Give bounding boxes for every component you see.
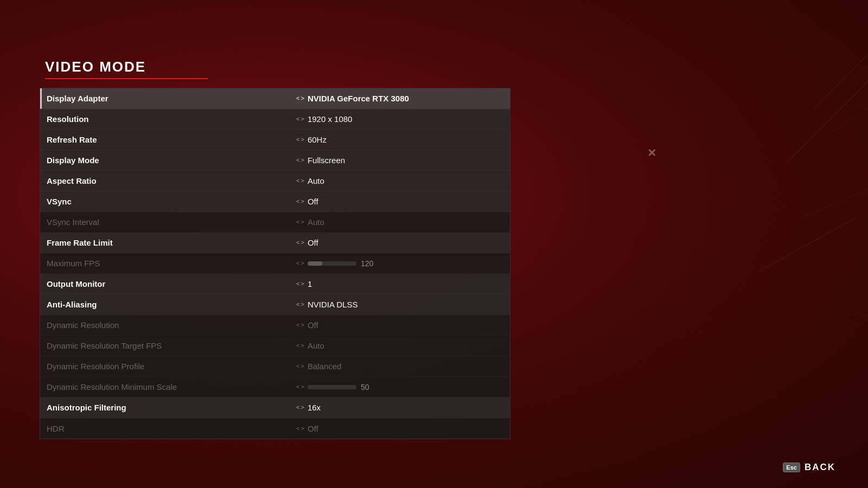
arrow-left-aspect-ratio[interactable]: < <box>296 178 299 184</box>
setting-row-dynamic-resolution-minimum-scale[interactable]: Dynamic Resolution Minimum Scale<>50 <box>40 377 510 397</box>
setting-control-display-mode[interactable]: <>Fullscreen <box>296 156 345 165</box>
arrow-right-display-mode[interactable]: > <box>301 157 304 163</box>
arrow-right-hdr[interactable]: > <box>301 426 304 432</box>
svg-line-0 <box>814 54 868 108</box>
setting-row-maximum-fps[interactable]: Maximum FPS<>120 <box>40 253 510 274</box>
arrow-left-refresh-rate[interactable]: < <box>296 137 299 143</box>
arrow-right-dynamic-resolution[interactable]: > <box>301 322 304 328</box>
back-label: BACK <box>805 462 835 473</box>
setting-control-display-adapter[interactable]: <>NVIDIA GeForce RTX 3080 <box>296 94 409 103</box>
arrow-left-dynamic-resolution-minimum-scale[interactable]: < <box>296 384 299 390</box>
arrow-right-dynamic-resolution-profile[interactable]: > <box>301 363 304 369</box>
setting-control-vsync-interval[interactable]: <>Auto <box>296 217 324 227</box>
setting-control-hdr[interactable]: <>Off <box>296 424 318 433</box>
arrows-refresh-rate: <> <box>296 137 304 143</box>
setting-control-refresh-rate[interactable]: <>60Hz <box>296 135 327 144</box>
arrow-left-dynamic-resolution-target-fps[interactable]: < <box>296 343 299 349</box>
arrows-resolution: <> <box>296 116 304 122</box>
setting-label-refresh-rate: Refresh Rate <box>47 135 296 144</box>
arrow-left-vsync[interactable]: < <box>296 198 299 204</box>
setting-row-vsync[interactable]: VSync<>Off <box>40 191 510 212</box>
arrow-right-dynamic-resolution-minimum-scale[interactable]: > <box>301 384 304 390</box>
arrow-left-anti-aliasing[interactable]: < <box>296 301 299 307</box>
setting-label-dynamic-resolution-target-fps: Dynamic Resolution Target FPS <box>47 341 296 350</box>
arrows-anisotropic-filtering: <> <box>296 404 304 410</box>
setting-label-vsync-interval: VSync Interval <box>47 217 296 227</box>
setting-row-display-mode[interactable]: Display Mode<>Fullscreen <box>40 150 510 171</box>
arrow-left-dynamic-resolution[interactable]: < <box>296 322 299 328</box>
svg-line-3 <box>803 190 868 217</box>
arrow-right-anisotropic-filtering[interactable]: > <box>301 404 304 410</box>
arrow-right-frame-rate-limit[interactable]: > <box>301 240 304 246</box>
arrow-right-dynamic-resolution-target-fps[interactable]: > <box>301 343 304 349</box>
setting-control-dynamic-resolution-profile[interactable]: <>Balanced <box>296 362 341 371</box>
slider-value-maximum-fps: 120 <box>361 259 377 268</box>
arrow-right-resolution[interactable]: > <box>301 116 304 122</box>
setting-label-anti-aliasing: Anti-Aliasing <box>47 300 296 309</box>
arrow-right-display-adapter[interactable]: > <box>301 95 304 101</box>
arrow-right-maximum-fps[interactable]: > <box>301 260 304 266</box>
arrow-right-vsync-interval[interactable]: > <box>301 219 304 225</box>
setting-row-display-adapter[interactable]: Display Adapter<>NVIDIA GeForce RTX 3080 <box>40 88 510 109</box>
close-icon[interactable]: ✕ <box>647 146 656 159</box>
arrows-dynamic-resolution-target-fps: <> <box>296 343 304 349</box>
setting-row-output-monitor[interactable]: Output Monitor<>1 <box>40 274 510 294</box>
arrow-left-display-mode[interactable]: < <box>296 157 299 163</box>
arrows-dynamic-resolution-profile: <> <box>296 363 304 369</box>
setting-control-output-monitor[interactable]: <>1 <box>296 279 312 288</box>
setting-label-frame-rate-limit: Frame Rate Limit <box>47 238 296 247</box>
slider-bg-dynamic-resolution-minimum-scale <box>308 385 356 389</box>
svg-line-5 <box>841 314 868 325</box>
setting-value-display-mode: Fullscreen <box>308 156 345 165</box>
back-button[interactable]: Esc BACK <box>783 462 835 473</box>
arrow-right-anti-aliasing[interactable]: > <box>301 301 304 307</box>
setting-control-resolution[interactable]: <>1920 x 1080 <box>296 114 352 124</box>
setting-control-maximum-fps[interactable]: <>120 <box>296 259 377 268</box>
setting-row-dynamic-resolution-target-fps[interactable]: Dynamic Resolution Target FPS<>Auto <box>40 336 510 356</box>
setting-control-dynamic-resolution-target-fps[interactable]: <>Auto <box>296 341 324 350</box>
arrow-left-output-monitor[interactable]: < <box>296 281 299 287</box>
setting-label-aspect-ratio: Aspect Ratio <box>47 176 296 185</box>
arrow-left-vsync-interval[interactable]: < <box>296 219 299 225</box>
setting-row-vsync-interval[interactable]: VSync Interval<>Auto <box>40 212 510 233</box>
setting-label-dynamic-resolution-profile: Dynamic Resolution Profile <box>47 362 296 371</box>
setting-control-dynamic-resolution[interactable]: <>Off <box>296 320 318 330</box>
arrow-left-resolution[interactable]: < <box>296 116 299 122</box>
setting-row-resolution[interactable]: Resolution<>1920 x 1080 <box>40 109 510 130</box>
setting-value-output-monitor: 1 <box>308 279 312 288</box>
arrows-anti-aliasing: <> <box>296 301 304 307</box>
arrow-right-vsync[interactable]: > <box>301 198 304 204</box>
arrow-left-hdr[interactable]: < <box>296 426 299 432</box>
arrow-left-frame-rate-limit[interactable]: < <box>296 240 299 246</box>
arrow-left-maximum-fps[interactable]: < <box>296 260 299 266</box>
arrow-left-anisotropic-filtering[interactable]: < <box>296 404 299 410</box>
setting-row-aspect-ratio[interactable]: Aspect Ratio<>Auto <box>40 171 510 191</box>
setting-control-anti-aliasing[interactable]: <>NVIDIA DLSS <box>296 300 358 309</box>
setting-row-refresh-rate[interactable]: Refresh Rate<>60Hz <box>40 130 510 150</box>
arrow-right-refresh-rate[interactable]: > <box>301 137 304 143</box>
setting-row-anisotropic-filtering[interactable]: Anisotropic Filtering<>16x <box>40 397 510 418</box>
setting-row-dynamic-resolution[interactable]: Dynamic Resolution<>Off <box>40 315 510 336</box>
arrows-dynamic-resolution: <> <box>296 322 304 328</box>
svg-line-4 <box>760 217 857 271</box>
setting-control-aspect-ratio[interactable]: <>Auto <box>296 176 324 185</box>
arrow-left-display-adapter[interactable]: < <box>296 95 299 101</box>
arrow-left-dynamic-resolution-profile[interactable]: < <box>296 363 299 369</box>
setting-value-anti-aliasing: NVIDIA DLSS <box>308 300 358 309</box>
setting-row-frame-rate-limit[interactable]: Frame Rate Limit<>Off <box>40 233 510 253</box>
setting-row-hdr[interactable]: HDR<>Off <box>40 418 510 439</box>
arrow-right-output-monitor[interactable]: > <box>301 281 304 287</box>
setting-control-anisotropic-filtering[interactable]: <>16x <box>296 403 321 412</box>
setting-row-dynamic-resolution-profile[interactable]: Dynamic Resolution Profile<>Balanced <box>40 356 510 377</box>
setting-value-frame-rate-limit: Off <box>308 238 318 247</box>
settings-panel: Display Adapter<>NVIDIA GeForce RTX 3080… <box>40 88 510 439</box>
setting-row-anti-aliasing[interactable]: Anti-Aliasing<>NVIDIA DLSS <box>40 294 510 315</box>
setting-control-frame-rate-limit[interactable]: <>Off <box>296 238 318 247</box>
setting-value-refresh-rate: 60Hz <box>308 135 327 144</box>
arrow-right-aspect-ratio[interactable]: > <box>301 178 304 184</box>
setting-value-resolution: 1920 x 1080 <box>308 114 353 124</box>
setting-control-dynamic-resolution-minimum-scale[interactable]: <>50 <box>296 383 377 391</box>
setting-label-hdr: HDR <box>47 424 296 433</box>
svg-line-2 <box>825 108 868 136</box>
setting-control-vsync[interactable]: <>Off <box>296 197 318 206</box>
